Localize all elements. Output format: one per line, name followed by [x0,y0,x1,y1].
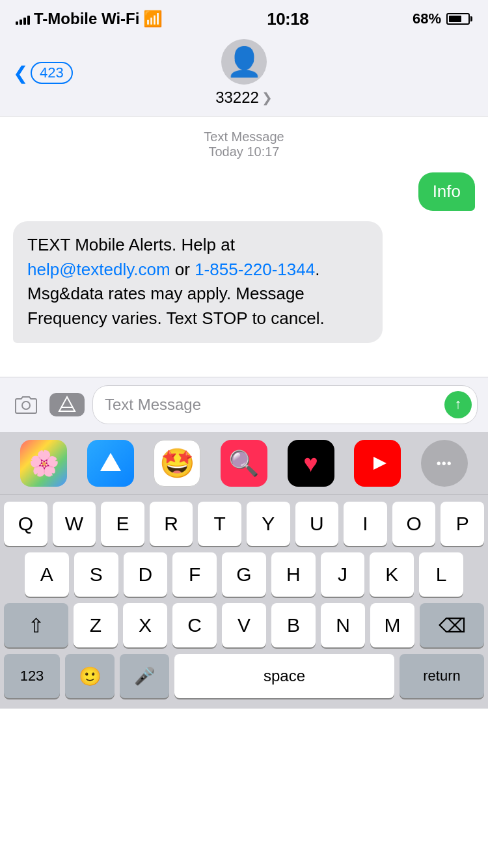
email-link[interactable]: help@textedly.com [27,260,170,279]
globe-search-icon: 🔍 [228,449,259,478]
person-icon: 👤 [226,45,262,79]
clock: 10:18 [267,9,308,29]
more-shortcuts-button[interactable]: ••• [421,440,468,487]
key-d[interactable]: D [124,552,168,597]
key-s[interactable]: S [74,552,118,597]
received-message-row: TEXT Mobile Alerts. Help at help@textedl… [13,221,475,343]
svg-marker-3 [373,457,386,470]
key-h[interactable]: H [271,552,316,597]
photos-shortcut[interactable]: 🌸 [20,440,67,487]
send-button[interactable]: ↑ [444,391,472,418]
space-key[interactable]: space [174,654,394,698]
battery-percent: 68% [413,10,441,27]
carrier-label: T-Mobile Wi-Fi [34,10,139,28]
key-b[interactable]: B [271,603,316,647]
received-bubble: TEXT Mobile Alerts. Help at help@textedl… [13,221,383,343]
mic-key[interactable]: 🎤 [120,654,169,698]
numbers-key[interactable]: 123 [4,654,60,698]
keyboard-row-4: 123 🙂 🎤 space return [4,654,484,698]
phone-link[interactable]: 1-855-220-1344 [195,260,315,279]
camera-button[interactable] [10,389,42,420]
key-r[interactable]: R [150,502,193,546]
appstore-button[interactable] [49,393,85,416]
shift-key[interactable]: ⇧ [4,603,68,647]
key-c[interactable]: C [172,603,217,647]
key-f[interactable]: F [172,552,217,597]
appstore-icon [96,449,125,478]
signal-icon [16,13,30,25]
keyboard-row-3: ⇧ Z X C V B N M ⌫ [4,603,484,647]
timestamp-label: Text MessageToday 10:17 [13,129,475,159]
key-a[interactable]: A [25,552,69,597]
key-y[interactable]: Y [247,502,290,546]
keyboard-row-1: Q W E R T Y U I O P [4,502,484,546]
key-k[interactable]: K [370,552,414,597]
avatar: 👤 [221,39,267,85]
sent-bubble: Info [418,172,475,211]
app-shortcuts-bar: 🌸 🤩 🔍 ♥ ••• [0,432,488,495]
input-bar: ↑ [0,377,488,432]
battery-icon [446,13,472,25]
ellipsis-icon: ••• [437,456,452,471]
key-o[interactable]: O [392,502,436,546]
sent-message-row: Info [13,172,475,211]
key-l[interactable]: L [419,552,463,597]
messages-area: Text MessageToday 10:17 Info TEXT Mobile… [0,116,488,377]
key-u[interactable]: U [295,502,339,546]
memoji-shortcut[interactable]: 🤩 [154,440,200,487]
back-chevron-icon: ❮ [13,62,28,84]
memoji-icon: 🤩 [159,446,195,480]
photos-icon: 🌸 [29,449,59,478]
key-t[interactable]: T [198,502,241,546]
text-input-wrap[interactable]: ↑ [92,385,478,424]
key-m[interactable]: M [370,603,414,647]
heart-shortcut[interactable]: ♥ [288,440,334,487]
status-right: 68% [413,10,472,27]
carrier-wifi: T-Mobile Wi-Fi 📶 [16,10,163,28]
key-q[interactable]: Q [4,502,47,546]
keyboard: Q W E R T Y U I O P A S D F G H J K L ⇧ … [0,495,488,709]
key-e[interactable]: E [101,502,144,546]
key-g[interactable]: G [222,552,266,597]
send-arrow-icon: ↑ [455,396,462,413]
key-x[interactable]: X [123,603,167,647]
key-p[interactable]: P [441,502,484,546]
wifi-icon: 📶 [143,10,163,28]
nav-bar: ❮ 423 👤 33222 ❯ [0,34,488,116]
key-j[interactable]: J [321,552,365,597]
svg-point-0 [22,401,30,409]
chevron-right-icon: ❯ [262,90,273,105]
return-key[interactable]: return [400,654,484,698]
youtube-icon [363,449,392,478]
status-bar: T-Mobile Wi-Fi 📶 10:18 68% [0,0,488,34]
globe-shortcut[interactable]: 🔍 [221,440,267,487]
key-i[interactable]: I [344,502,387,546]
key-w[interactable]: W [53,502,96,546]
backspace-key[interactable]: ⌫ [420,603,484,647]
key-n[interactable]: N [321,603,365,647]
heart-icon: ♥ [303,450,318,478]
contact-header[interactable]: 👤 33222 ❯ [215,39,273,107]
appstore-shortcut[interactable] [87,440,134,487]
youtube-shortcut[interactable] [354,440,401,487]
back-button[interactable]: ❮ 423 [13,62,73,84]
emoji-key[interactable]: 🙂 [65,654,115,698]
key-z[interactable]: Z [74,603,118,647]
keyboard-row-2: A S D F G H J K L [4,552,484,597]
text-input[interactable] [105,396,439,414]
contact-name: 33222 ❯ [215,88,273,107]
back-count: 423 [31,62,73,84]
key-v[interactable]: V [222,603,266,647]
